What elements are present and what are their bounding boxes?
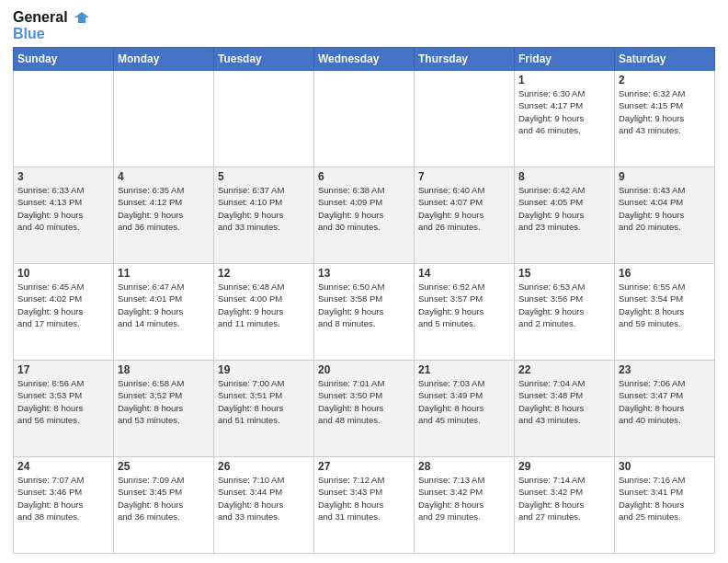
calendar-week-0: 1Sunrise: 6:30 AM Sunset: 4:17 PM Daylig… bbox=[14, 71, 715, 167]
day-number: 11 bbox=[118, 267, 210, 280]
day-number: 15 bbox=[518, 267, 610, 280]
day-info: Sunrise: 6:35 AM Sunset: 4:12 PM Dayligh… bbox=[118, 184, 210, 233]
day-info: Sunrise: 6:55 AM Sunset: 3:54 PM Dayligh… bbox=[619, 281, 711, 329]
day-header-sunday: Sunday bbox=[14, 48, 114, 71]
svg-marker-0 bbox=[74, 12, 89, 23]
day-header-saturday: Saturday bbox=[615, 48, 715, 71]
day-number: 3 bbox=[17, 170, 109, 183]
calendar-week-4: 24Sunrise: 7:07 AM Sunset: 3:46 PM Dayli… bbox=[14, 457, 715, 554]
day-header-wednesday: Wednesday bbox=[314, 48, 415, 71]
calendar-cell: 30Sunrise: 7:16 AM Sunset: 3:41 PM Dayli… bbox=[615, 457, 715, 554]
day-header-thursday: Thursday bbox=[415, 48, 515, 71]
day-number: 22 bbox=[518, 363, 610, 376]
day-info: Sunrise: 7:00 AM Sunset: 3:51 PM Dayligh… bbox=[218, 377, 310, 426]
calendar-cell bbox=[214, 71, 314, 167]
calendar-week-2: 10Sunrise: 6:45 AM Sunset: 4:02 PM Dayli… bbox=[14, 264, 715, 361]
calendar-cell: 5Sunrise: 6:37 AM Sunset: 4:10 PM Daylig… bbox=[214, 167, 314, 264]
header: General Blue bbox=[13, 9, 715, 41]
calendar-header-row: SundayMondayTuesdayWednesdayThursdayFrid… bbox=[14, 48, 715, 71]
day-number: 16 bbox=[619, 267, 711, 280]
calendar-cell: 22Sunrise: 7:04 AM Sunset: 3:48 PM Dayli… bbox=[515, 361, 615, 457]
day-info: Sunrise: 6:30 AM Sunset: 4:17 PM Dayligh… bbox=[518, 87, 610, 136]
calendar-cell: 19Sunrise: 7:00 AM Sunset: 3:51 PM Dayli… bbox=[214, 361, 314, 457]
logo-bird-icon bbox=[71, 10, 89, 25]
day-number: 25 bbox=[118, 460, 210, 473]
calendar-week-1: 3Sunrise: 6:33 AM Sunset: 4:13 PM Daylig… bbox=[14, 167, 715, 264]
day-number: 19 bbox=[218, 363, 310, 376]
day-number: 21 bbox=[418, 363, 510, 376]
day-info: Sunrise: 7:13 AM Sunset: 3:42 PM Dayligh… bbox=[418, 474, 510, 523]
day-info: Sunrise: 7:14 AM Sunset: 3:42 PM Dayligh… bbox=[518, 474, 610, 523]
calendar-cell: 12Sunrise: 6:48 AM Sunset: 4:00 PM Dayli… bbox=[214, 264, 314, 361]
day-info: Sunrise: 7:16 AM Sunset: 3:41 PM Dayligh… bbox=[619, 474, 711, 523]
calendar-cell: 18Sunrise: 6:58 AM Sunset: 3:52 PM Dayli… bbox=[114, 361, 214, 457]
calendar-cell: 3Sunrise: 6:33 AM Sunset: 4:13 PM Daylig… bbox=[14, 167, 114, 264]
calendar-cell: 29Sunrise: 7:14 AM Sunset: 3:42 PM Dayli… bbox=[515, 457, 615, 554]
calendar-cell: 10Sunrise: 6:45 AM Sunset: 4:02 PM Dayli… bbox=[14, 264, 114, 361]
day-info: Sunrise: 7:07 AM Sunset: 3:46 PM Dayligh… bbox=[17, 474, 109, 523]
day-number: 29 bbox=[518, 460, 610, 473]
day-number: 7 bbox=[418, 170, 510, 183]
calendar-cell: 13Sunrise: 6:50 AM Sunset: 3:58 PM Dayli… bbox=[314, 264, 415, 361]
calendar-cell: 28Sunrise: 7:13 AM Sunset: 3:42 PM Dayli… bbox=[415, 457, 515, 554]
day-number: 2 bbox=[619, 74, 711, 86]
calendar-cell: 4Sunrise: 6:35 AM Sunset: 4:12 PM Daylig… bbox=[114, 167, 214, 264]
calendar-cell: 14Sunrise: 6:52 AM Sunset: 3:57 PM Dayli… bbox=[415, 264, 515, 361]
day-header-monday: Monday bbox=[114, 48, 214, 71]
calendar-cell bbox=[114, 71, 214, 167]
calendar-cell: 7Sunrise: 6:40 AM Sunset: 4:07 PM Daylig… bbox=[415, 167, 515, 264]
day-info: Sunrise: 6:50 AM Sunset: 3:58 PM Dayligh… bbox=[318, 281, 410, 329]
logo-text: General Blue bbox=[13, 9, 89, 41]
calendar-cell: 9Sunrise: 6:43 AM Sunset: 4:04 PM Daylig… bbox=[615, 167, 715, 264]
day-number: 6 bbox=[318, 170, 410, 183]
day-info: Sunrise: 7:03 AM Sunset: 3:49 PM Dayligh… bbox=[418, 377, 510, 426]
day-info: Sunrise: 6:47 AM Sunset: 4:01 PM Dayligh… bbox=[118, 281, 210, 329]
day-number: 26 bbox=[218, 460, 310, 473]
day-info: Sunrise: 7:04 AM Sunset: 3:48 PM Dayligh… bbox=[518, 377, 610, 426]
calendar-cell: 16Sunrise: 6:55 AM Sunset: 3:54 PM Dayli… bbox=[615, 264, 715, 361]
day-number: 24 bbox=[17, 460, 109, 473]
day-info: Sunrise: 6:48 AM Sunset: 4:00 PM Dayligh… bbox=[218, 281, 310, 329]
calendar-cell: 2Sunrise: 6:32 AM Sunset: 4:15 PM Daylig… bbox=[615, 71, 715, 167]
calendar-week-3: 17Sunrise: 6:56 AM Sunset: 3:53 PM Dayli… bbox=[14, 361, 715, 457]
calendar-cell: 8Sunrise: 6:42 AM Sunset: 4:05 PM Daylig… bbox=[515, 167, 615, 264]
day-number: 13 bbox=[318, 267, 410, 280]
day-number: 1 bbox=[518, 74, 610, 86]
day-number: 4 bbox=[118, 170, 210, 183]
calendar-cell: 1Sunrise: 6:30 AM Sunset: 4:17 PM Daylig… bbox=[515, 71, 615, 167]
day-info: Sunrise: 6:58 AM Sunset: 3:52 PM Dayligh… bbox=[118, 377, 210, 426]
day-number: 23 bbox=[619, 363, 711, 376]
day-info: Sunrise: 7:09 AM Sunset: 3:45 PM Dayligh… bbox=[118, 474, 210, 523]
day-info: Sunrise: 6:42 AM Sunset: 4:05 PM Dayligh… bbox=[518, 184, 610, 233]
day-number: 17 bbox=[17, 363, 109, 376]
calendar-cell: 6Sunrise: 6:38 AM Sunset: 4:09 PM Daylig… bbox=[314, 167, 415, 264]
day-number: 5 bbox=[218, 170, 310, 183]
calendar-cell: 24Sunrise: 7:07 AM Sunset: 3:46 PM Dayli… bbox=[14, 457, 114, 554]
day-number: 14 bbox=[418, 267, 510, 280]
day-info: Sunrise: 6:56 AM Sunset: 3:53 PM Dayligh… bbox=[17, 377, 109, 426]
logo: General Blue bbox=[13, 9, 89, 41]
day-number: 8 bbox=[518, 170, 610, 183]
day-info: Sunrise: 6:33 AM Sunset: 4:13 PM Dayligh… bbox=[17, 184, 109, 233]
day-info: Sunrise: 6:32 AM Sunset: 4:15 PM Dayligh… bbox=[619, 87, 711, 136]
day-header-tuesday: Tuesday bbox=[214, 48, 314, 71]
day-number: 20 bbox=[318, 363, 410, 376]
day-info: Sunrise: 6:37 AM Sunset: 4:10 PM Dayligh… bbox=[218, 184, 310, 233]
calendar-cell: 11Sunrise: 6:47 AM Sunset: 4:01 PM Dayli… bbox=[114, 264, 214, 361]
day-number: 27 bbox=[318, 460, 410, 473]
day-info: Sunrise: 6:52 AM Sunset: 3:57 PM Dayligh… bbox=[418, 281, 510, 329]
day-info: Sunrise: 6:53 AM Sunset: 3:56 PM Dayligh… bbox=[518, 281, 610, 329]
calendar-cell bbox=[14, 71, 114, 167]
day-number: 28 bbox=[418, 460, 510, 473]
calendar-cell: 21Sunrise: 7:03 AM Sunset: 3:49 PM Dayli… bbox=[415, 361, 515, 457]
day-info: Sunrise: 7:06 AM Sunset: 3:47 PM Dayligh… bbox=[619, 377, 711, 426]
day-header-friday: Friday bbox=[515, 48, 615, 71]
day-info: Sunrise: 6:40 AM Sunset: 4:07 PM Dayligh… bbox=[418, 184, 510, 233]
day-info: Sunrise: 6:38 AM Sunset: 4:09 PM Dayligh… bbox=[318, 184, 410, 233]
calendar-cell: 26Sunrise: 7:10 AM Sunset: 3:44 PM Dayli… bbox=[214, 457, 314, 554]
calendar-cell: 20Sunrise: 7:01 AM Sunset: 3:50 PM Dayli… bbox=[314, 361, 415, 457]
day-number: 12 bbox=[218, 267, 310, 280]
day-number: 18 bbox=[118, 363, 210, 376]
calendar-cell: 23Sunrise: 7:06 AM Sunset: 3:47 PM Dayli… bbox=[615, 361, 715, 457]
day-info: Sunrise: 7:01 AM Sunset: 3:50 PM Dayligh… bbox=[318, 377, 410, 426]
